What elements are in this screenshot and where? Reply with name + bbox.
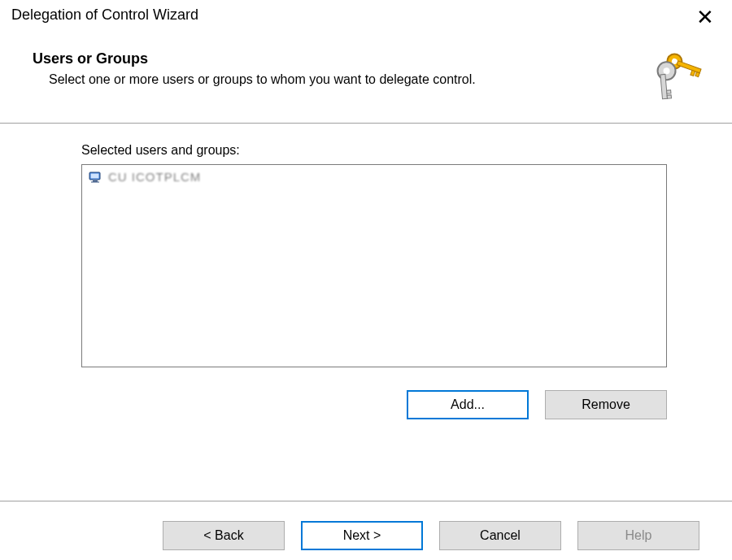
next-button[interactable]: Next > — [301, 521, 423, 550]
cancel-button[interactable]: Cancel — [439, 521, 561, 550]
svg-rect-13 — [91, 181, 99, 182]
svg-rect-11 — [91, 173, 99, 178]
computer-icon — [89, 171, 103, 184]
back-button[interactable]: < Back — [163, 521, 285, 550]
svg-rect-8 — [667, 90, 671, 93]
selected-users-listbox[interactable]: CU ICOTPLCM — [81, 164, 667, 367]
svg-rect-12 — [93, 180, 98, 182]
list-label: Selected users and groups: — [81, 143, 667, 158]
page-title: Users or Groups — [33, 50, 476, 67]
help-button: Help — [577, 521, 699, 550]
svg-rect-3 — [691, 70, 695, 76]
keys-icon — [649, 46, 708, 106]
list-item[interactable]: CU ICOTPLCM — [89, 170, 660, 184]
list-item-label: CU ICOTPLCM — [108, 170, 201, 184]
svg-rect-4 — [695, 72, 699, 77]
window-title: Delegation of Control Wizard — [11, 7, 198, 24]
add-button[interactable]: Add... — [407, 390, 529, 419]
svg-rect-2 — [677, 61, 701, 73]
remove-button[interactable]: Remove — [545, 390, 667, 419]
page-description: Select one or more users or groups to wh… — [33, 72, 476, 87]
close-icon[interactable]: ✕ — [690, 7, 721, 28]
svg-rect-9 — [667, 95, 671, 98]
